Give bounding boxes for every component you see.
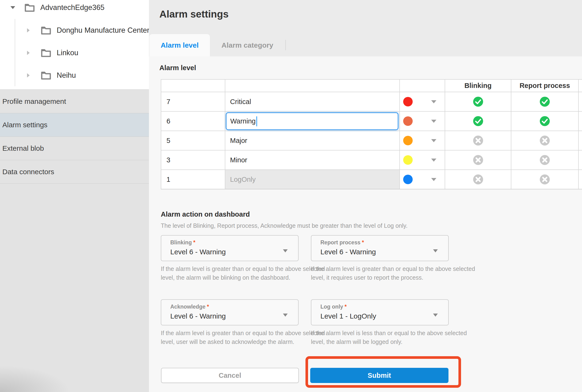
cross-icon[interactable] — [473, 135, 483, 146]
report-process-helper-text: If the alarm level is greater than or eq… — [311, 264, 477, 282]
cross-icon[interactable] — [539, 135, 550, 146]
log-only-select[interactable]: Log only* Level 1 - LogOnly — [311, 299, 449, 326]
field-label: Acknowledge — [170, 304, 205, 310]
extra-cell — [579, 131, 582, 150]
color-dot[interactable] — [403, 97, 413, 106]
chevron-down-icon[interactable] — [431, 158, 436, 162]
name-cell[interactable]: Minor — [225, 150, 400, 170]
chevron-down-icon[interactable] — [431, 120, 436, 123]
tree-item-label: Donghu Manufacture Center — [57, 26, 149, 34]
sidebar-item-profile-management[interactable]: Profile management — [0, 90, 149, 113]
required-marker: * — [362, 239, 364, 246]
blinking-cell[interactable] — [445, 170, 511, 189]
tree-item-linkou[interactable]: Linkou — [0, 45, 149, 60]
color-cell[interactable] — [400, 112, 445, 130]
sidebar-item-external-blob[interactable]: External blob — [0, 137, 149, 160]
caret-right-icon[interactable] — [27, 73, 30, 78]
tab-label: Alarm category — [222, 41, 273, 49]
folder-icon — [41, 26, 52, 35]
sidebar-item-data-connectors[interactable]: Data connectors — [0, 160, 149, 184]
alarm-level-panel: Alarm level Blinking Report process 7 Cr… — [149, 56, 582, 392]
cross-icon[interactable] — [539, 155, 550, 165]
check-icon[interactable] — [539, 96, 550, 107]
cross-icon[interactable] — [473, 174, 483, 184]
check-icon[interactable] — [539, 116, 550, 126]
field-value: Level 6 - Warning — [170, 248, 226, 256]
field-label: Blinking — [170, 239, 192, 246]
sidebar-item-alarm-settings[interactable]: Alarm settings — [0, 113, 149, 137]
tree-item-neihu[interactable]: Neihu — [0, 68, 149, 83]
color-cell[interactable] — [400, 131, 445, 150]
blinking-select[interactable]: Blinking* Level 6 - Warning — [161, 235, 299, 261]
chevron-down-icon[interactable] — [431, 139, 436, 142]
blinking-cell[interactable] — [445, 92, 511, 111]
chevron-down-icon — [433, 314, 438, 317]
tab-alarm-level[interactable]: Alarm level — [149, 34, 210, 56]
tree-item-advantechedge365[interactable]: AdvantechEdge365 — [0, 0, 149, 15]
chevron-down-icon[interactable] — [431, 178, 436, 181]
caret-right-icon[interactable] — [27, 51, 30, 55]
color-dot[interactable] — [403, 155, 413, 165]
field-label: Log only — [320, 304, 343, 310]
tab-alarm-category[interactable]: Alarm category — [213, 34, 282, 56]
report-process-cell[interactable] — [511, 131, 579, 150]
caret-down-icon[interactable] — [11, 6, 15, 9]
color-cell[interactable] — [400, 170, 445, 189]
color-dot[interactable] — [403, 116, 413, 126]
menu-item-label: Profile management — [2, 98, 66, 106]
blinking-cell[interactable] — [445, 131, 511, 150]
section-description: The level of Blinking, Report process, A… — [161, 222, 407, 229]
extra-cell — [579, 92, 582, 111]
cross-icon[interactable] — [473, 155, 483, 165]
alarm-level-table: Blinking Report process 7 Critical 6 — [161, 79, 582, 189]
check-icon[interactable] — [473, 96, 483, 107]
table-row: 3 Minor — [161, 150, 582, 170]
menu-item-label: External blob — [2, 144, 44, 152]
cross-icon[interactable] — [539, 174, 550, 184]
submit-button[interactable]: Submit — [310, 368, 448, 383]
tree-item-label: Neihu — [57, 71, 76, 80]
log-only-helper-text: If the alarm level is less than or equal… — [311, 329, 477, 346]
main-header: Alarm settings Alarm level Alarm categor… — [149, 0, 582, 56]
tree-item-label: AdvantechEdge365 — [40, 3, 105, 12]
name-input[interactable]: Warning — [226, 112, 398, 130]
report-process-cell[interactable] — [511, 150, 579, 170]
name-cell[interactable]: Major — [225, 131, 400, 150]
level-cell: 7 — [161, 92, 225, 111]
report-process-cell[interactable] — [511, 170, 579, 189]
report-process-cell[interactable] — [511, 112, 579, 130]
tab-label: Alarm level — [161, 41, 199, 49]
color-cell[interactable] — [400, 150, 445, 170]
report-process-cell[interactable] — [511, 92, 579, 111]
section-heading-alarm-action: Alarm action on dashboard — [161, 210, 250, 218]
org-tree: AdvantechEdge365 Donghu Manufacture Cent… — [0, 0, 149, 90]
color-cell[interactable] — [400, 92, 445, 111]
blinking-cell[interactable] — [445, 112, 511, 130]
blinking-helper-text: If the alarm level is greater than or eq… — [161, 264, 327, 282]
chevron-down-icon[interactable] — [431, 100, 436, 103]
acknowledge-select[interactable]: Acknowledge* Level 6 - Warning — [161, 299, 299, 326]
section-heading-alarm-level: Alarm level — [159, 64, 196, 72]
name-cell: LogOnly — [225, 170, 400, 189]
table-row: 6 Warning — [161, 112, 582, 131]
name-cell[interactable]: Warning — [225, 112, 400, 130]
name-cell[interactable]: Critical — [225, 92, 400, 111]
check-icon[interactable] — [473, 116, 483, 126]
column-header-extra — [579, 80, 582, 92]
blinking-cell[interactable] — [445, 150, 511, 170]
column-header-color — [400, 80, 445, 92]
chevron-down-icon — [283, 249, 288, 252]
cancel-button[interactable]: Cancel — [161, 368, 299, 383]
tree-item-label: Linkou — [57, 48, 78, 57]
tab-divider — [285, 40, 286, 50]
caret-right-icon[interactable] — [27, 28, 30, 32]
report-process-select[interactable]: Report process* Level 6 - Warning — [311, 235, 449, 261]
folder-icon — [41, 48, 52, 58]
field-label: Report process — [320, 239, 360, 246]
color-dot[interactable] — [403, 136, 413, 145]
field-value: Level 1 - LogOnly — [320, 312, 376, 320]
column-header-level — [161, 80, 225, 92]
color-dot[interactable] — [403, 175, 413, 184]
text-caret — [256, 116, 257, 126]
tree-item-donghu-manufacture-center[interactable]: Donghu Manufacture Center — [0, 23, 149, 38]
